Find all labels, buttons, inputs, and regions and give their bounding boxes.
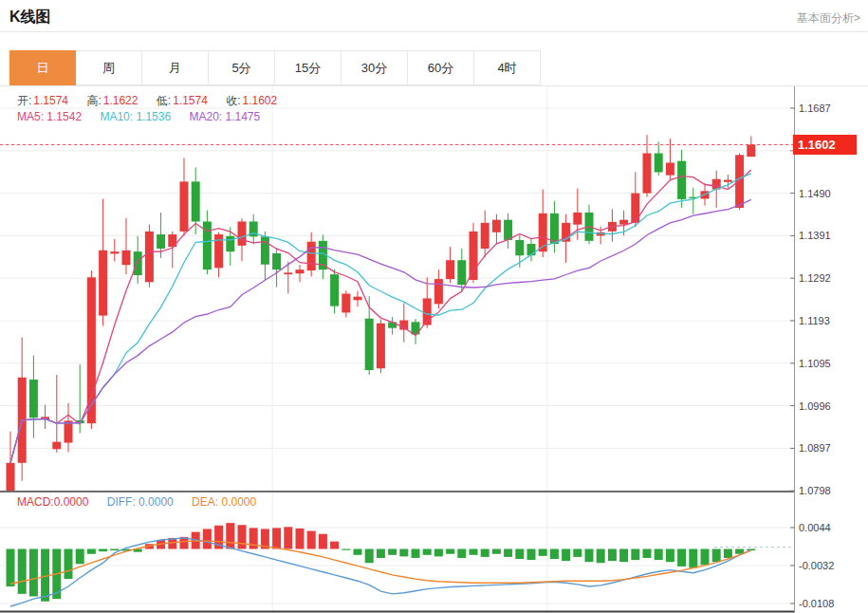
ma10-legend: MA10: 1.1536 xyxy=(100,110,171,123)
interval-tabbar: 日 周 月 5分 15分 30分 60分 4时 xyxy=(9,50,541,85)
svg-text:1.1490: 1.1490 xyxy=(799,188,831,199)
ma-legend: MA5: 1.1542 MA10: 1.1536 MA20: 1.1475 xyxy=(17,110,275,123)
ma5-legend: MA5: 1.1542 xyxy=(17,110,82,123)
header-divider xyxy=(0,31,868,32)
close-value: 1.1602 xyxy=(243,94,278,107)
tab-30min[interactable]: 30分 xyxy=(342,50,408,85)
macd-layer xyxy=(7,523,756,606)
tab-week[interactable]: 周 xyxy=(76,50,142,85)
kline-chart-area: 1.16871.15881.14901.13911.12921.11931.10… xyxy=(0,85,868,613)
fundamental-analysis-link[interactable]: 基本面分析> xyxy=(797,10,860,27)
dea-value-legend: DEA: 0.0000 xyxy=(192,495,256,509)
tab-15min[interactable]: 15分 xyxy=(275,50,342,85)
svg-text:1.1391: 1.1391 xyxy=(799,230,831,241)
svg-text:1.1292: 1.1292 xyxy=(799,272,831,284)
svg-text:1.1095: 1.1095 xyxy=(799,358,831,369)
macd-value-legend: MACD:0.0000 xyxy=(17,495,88,509)
high-label: 高: xyxy=(86,94,101,107)
tab-4hour[interactable]: 4时 xyxy=(474,50,541,85)
ma5-line xyxy=(10,170,751,463)
candles-layer xyxy=(7,135,756,497)
macd-legend: MACD:0.0000 DIFF: 0.0000 DEA: 0.0000 xyxy=(17,495,271,509)
svg-text:1.0798: 1.0798 xyxy=(799,485,831,496)
axis-layer: 1.16871.15881.14901.13911.12921.11931.10… xyxy=(0,86,834,613)
page-title: K线图 xyxy=(9,8,51,28)
ma-lines-layer xyxy=(10,170,751,463)
open-value: 1.1574 xyxy=(33,94,68,107)
tab-month[interactable]: 月 xyxy=(142,50,209,85)
close-label: 收: xyxy=(226,94,240,107)
svg-text:1.0996: 1.0996 xyxy=(799,400,831,412)
svg-text:-0.0032: -0.0032 xyxy=(799,560,834,571)
current-price-tag: 1.1602 xyxy=(793,135,857,155)
grid-layer xyxy=(0,86,795,612)
diff-value-legend: DIFF: 0.0000 xyxy=(107,495,174,509)
kline-chart-canvas[interactable]: 1.16871.15881.14901.13911.12921.11931.10… xyxy=(0,86,868,613)
tab-day[interactable]: 日 xyxy=(9,50,76,85)
svg-text:1.1687: 1.1687 xyxy=(799,102,831,114)
svg-text:1.1193: 1.1193 xyxy=(799,315,830,326)
tab-60min[interactable]: 60分 xyxy=(408,50,474,85)
low-value: 1.1574 xyxy=(173,94,208,107)
svg-text:0.0044: 0.0044 xyxy=(799,522,831,533)
low-label: 低: xyxy=(157,94,171,107)
open-label: 开: xyxy=(17,94,31,107)
svg-text:-0.0108: -0.0108 xyxy=(799,598,834,609)
tab-5min[interactable]: 5分 xyxy=(209,50,275,85)
ma20-legend: MA20: 1.1475 xyxy=(189,110,260,123)
svg-text:1.0897: 1.0897 xyxy=(799,442,831,454)
ohlc-legend: 开:1.1574 高:1.1622 低:1.1574 收:1.1602 xyxy=(17,93,292,109)
dea-line xyxy=(10,541,751,584)
high-value: 1.1622 xyxy=(103,94,139,107)
